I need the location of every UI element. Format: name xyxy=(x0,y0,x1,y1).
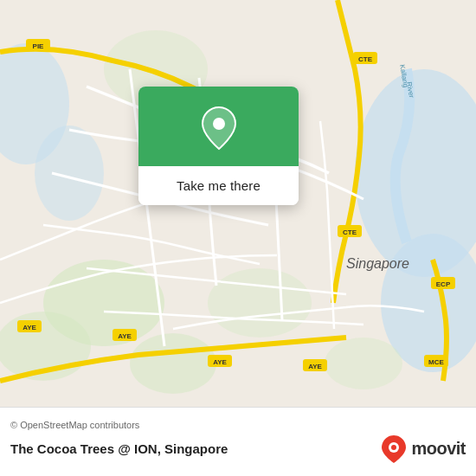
take-me-there-button[interactable]: Take me there xyxy=(138,166,299,205)
popup-green-area xyxy=(138,87,299,166)
svg-point-7 xyxy=(208,268,312,338)
bottom-bar: © OpenStreetMap contributors The Cocoa T… xyxy=(0,407,476,476)
map-container: PIE CTE CTE AYE AYE AYE AYE ECP MCE xyxy=(0,0,476,407)
svg-text:CTE: CTE xyxy=(343,228,357,236)
svg-text:AYE: AYE xyxy=(23,324,36,331)
svg-point-32 xyxy=(213,118,225,130)
bottom-row: The Cocoa Trees @ ION, Singapore moovit xyxy=(10,434,466,465)
svg-text:PIE: PIE xyxy=(33,42,45,50)
app: PIE CTE CTE AYE AYE AYE AYE ECP MCE xyxy=(0,0,476,476)
svg-point-8 xyxy=(130,333,216,394)
svg-point-9 xyxy=(325,338,402,389)
svg-text:MCE: MCE xyxy=(428,358,444,366)
svg-text:ECP: ECP xyxy=(436,280,451,288)
copyright-text: © OpenStreetMap contributors xyxy=(10,420,466,430)
svg-text:AYE: AYE xyxy=(118,332,132,340)
moovit-brand-icon xyxy=(380,434,408,465)
svg-text:Singapore: Singapore xyxy=(346,256,409,271)
moovit-brand-text: moovit xyxy=(411,439,466,459)
svg-point-4 xyxy=(35,125,104,221)
location-pin-icon xyxy=(200,106,238,151)
moovit-logo: moovit xyxy=(380,434,466,465)
svg-point-34 xyxy=(391,445,396,450)
svg-text:AYE: AYE xyxy=(308,363,322,370)
svg-text:CTE: CTE xyxy=(358,55,373,63)
location-label: The Cocoa Trees @ ION, Singapore xyxy=(10,441,228,456)
svg-text:AYE: AYE xyxy=(213,358,227,366)
popup-card: Take me there xyxy=(138,87,299,205)
